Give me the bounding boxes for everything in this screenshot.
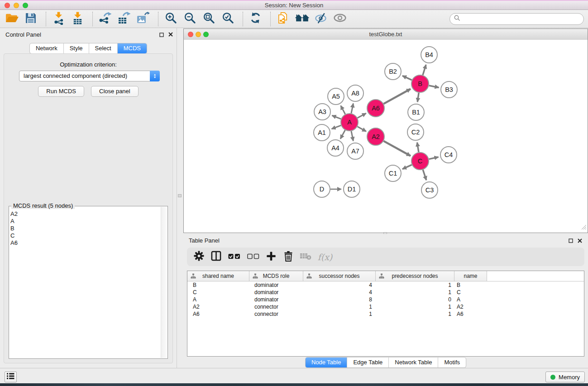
close-window-button[interactable] (5, 3, 10, 8)
edge-A6-B[interactable] (384, 89, 411, 104)
edge-A2-C[interactable] (384, 141, 411, 156)
open-session-button[interactable] (4, 11, 20, 27)
table-cell[interactable]: 8 (303, 296, 376, 303)
node-B[interactable]: B (411, 75, 429, 92)
node-D[interactable]: D (314, 181, 330, 197)
edge-A-A7[interactable] (351, 131, 353, 141)
node-A6[interactable]: A6 (367, 100, 384, 117)
table-cell[interactable]: 0 (376, 296, 454, 303)
table-cell[interactable]: B (454, 282, 487, 288)
delete-table-button[interactable] (300, 251, 311, 263)
zoom-out-button[interactable] (182, 11, 198, 27)
table-cell[interactable]: A2 (187, 304, 249, 310)
search-input[interactable] (463, 15, 579, 23)
close-panel-icon[interactable] (168, 32, 173, 38)
float-panel-icon[interactable] (569, 237, 573, 245)
node-B2[interactable]: B2 (385, 63, 401, 80)
table-cell[interactable]: dominator (249, 282, 303, 288)
refresh-view-button[interactable] (247, 11, 263, 27)
edge-C-C1[interactable] (402, 165, 412, 169)
edge-A-A6[interactable] (358, 113, 366, 118)
table-cell[interactable]: 1 (303, 304, 376, 310)
window-resize-grip[interactable] (581, 224, 587, 232)
tab-motifs[interactable]: Motifs (438, 357, 466, 367)
function-builder-button[interactable]: f(x) (317, 251, 333, 263)
table-cell[interactable]: 4 (303, 282, 376, 288)
panel-divider-grip[interactable] (178, 194, 182, 197)
edge-C-C4[interactable] (429, 157, 439, 159)
node-A8[interactable]: A8 (347, 85, 363, 101)
minimize-window-button[interactable] (14, 3, 19, 8)
node-B3[interactable]: B3 (441, 81, 457, 98)
node-C1[interactable]: C1 (385, 165, 401, 181)
import-table-button[interactable] (69, 11, 86, 27)
zoom-fit-button[interactable] (201, 11, 217, 27)
tab-network[interactable]: Network (30, 43, 63, 53)
node-A3[interactable]: A3 (314, 104, 330, 120)
table-cell[interactable]: 1 (376, 311, 454, 317)
mcds-result-item[interactable]: A (10, 218, 160, 225)
table-cell[interactable]: A (454, 296, 487, 303)
edge-B-B1[interactable] (417, 93, 419, 102)
network-canvas[interactable]: AA1A2A3A4A5A6A7A8BB1B2B3B4CC1C2C3C4DD1 (184, 40, 588, 233)
node-A1[interactable]: A1 (314, 124, 330, 141)
criterion-dropdown[interactable]: largest connected component (directed) ▲… (19, 71, 160, 81)
column-header-name[interactable]: name (454, 271, 487, 281)
edge-B-B2[interactable] (402, 76, 412, 80)
table-cell[interactable]: A6 (187, 311, 249, 317)
node-B4[interactable]: B4 (421, 47, 437, 63)
save-session-button[interactable] (23, 11, 39, 27)
node-A7[interactable]: A7 (347, 143, 363, 159)
table-cell[interactable]: dominator (249, 289, 303, 295)
node-A[interactable]: A (341, 114, 358, 131)
node-A4[interactable]: A4 (327, 140, 344, 156)
mcds-result-item[interactable]: B (10, 225, 160, 232)
node-A2[interactable]: A2 (367, 128, 384, 145)
mcds-result-item[interactable]: C (10, 232, 160, 239)
close-panel-button[interactable]: Close panel (91, 86, 139, 97)
edge-B-B4[interactable] (423, 65, 426, 75)
table-cell[interactable]: C (187, 289, 249, 295)
table-row[interactable]: Cdominator41C (187, 289, 584, 296)
column-header-shared-name[interactable]: shared name (187, 271, 249, 281)
node-C4[interactable]: C4 (440, 147, 457, 163)
table-cell[interactable]: A (187, 296, 249, 303)
network-minimize-button[interactable] (196, 32, 201, 37)
deselect-all-button[interactable] (246, 251, 260, 263)
table-cell[interactable]: connector (249, 304, 303, 310)
table-cell[interactable]: 1 (376, 304, 454, 310)
zoom-in-button[interactable] (163, 11, 179, 27)
show-graphics-details-button[interactable] (332, 11, 348, 27)
maximize-window-button[interactable] (23, 3, 28, 8)
node-C2[interactable]: C2 (407, 124, 424, 140)
hide-graphics-details-button[interactable] (313, 11, 329, 27)
tab-style[interactable]: Style (63, 43, 89, 53)
column-header-successor-nodes[interactable]: successor nodes (303, 271, 376, 281)
export-image-button[interactable] (135, 11, 151, 27)
table-cell[interactable]: dominator (249, 296, 303, 303)
edge-A-A2[interactable] (358, 127, 366, 132)
table-cell[interactable]: C (454, 289, 487, 295)
table-cell[interactable]: A2 (454, 304, 487, 310)
tab-node-table[interactable]: Node Table (306, 357, 347, 367)
table-cell[interactable]: 1 (303, 311, 376, 317)
edge-A-A5[interactable] (341, 105, 345, 114)
node-D1[interactable]: D1 (344, 181, 360, 197)
select-all-button[interactable] (227, 251, 241, 263)
add-row-button[interactable] (265, 251, 277, 263)
search-field[interactable] (449, 13, 584, 25)
memory-button[interactable]: Memory (545, 372, 585, 382)
table-row[interactable]: Adominator80A (187, 296, 584, 303)
tab-mcds[interactable]: MCDS (117, 43, 147, 53)
network-maximize-button[interactable] (203, 32, 209, 37)
edge-A-A1[interactable] (332, 125, 341, 129)
table-cell[interactable]: 1 (376, 282, 454, 288)
tab-network-table[interactable]: Network Table (388, 357, 438, 367)
node-B1[interactable]: B1 (408, 104, 424, 120)
edge-C-C3[interactable] (423, 170, 426, 180)
export-network-button[interactable] (97, 11, 113, 27)
export-table-button[interactable] (116, 11, 132, 27)
import-network-button[interactable] (50, 11, 67, 27)
close-panel-icon[interactable] (578, 237, 582, 245)
delete-row-button[interactable] (282, 251, 294, 263)
